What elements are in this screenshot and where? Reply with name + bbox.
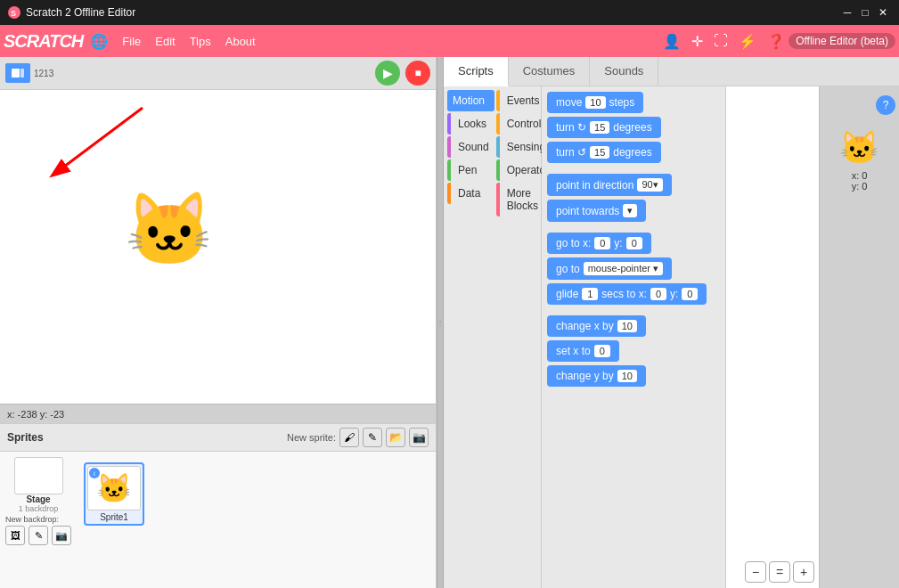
close-button[interactable]: ✕ bbox=[874, 4, 892, 21]
zoom-out-button[interactable]: − bbox=[745, 561, 766, 583]
block-turn-ccw[interactable]: turn ↺ 15 degrees bbox=[547, 142, 661, 163]
add-sprite-tool[interactable]: 👤 bbox=[659, 31, 684, 52]
edit-sprite-button[interactable]: ✎ bbox=[363, 428, 382, 447]
block-change-y[interactable]: change y by 10 bbox=[547, 365, 646, 387]
stage-thumbnail bbox=[14, 457, 63, 494]
splitter-handle: ⋮ bbox=[437, 319, 444, 327]
block-change-x-val[interactable]: 10 bbox=[617, 320, 637, 332]
workspace-cat-icon: 🐱 bbox=[839, 129, 879, 167]
y-display: y: 0 bbox=[852, 181, 868, 192]
block-point-towards-val[interactable]: ▾ bbox=[623, 204, 637, 217]
panel-splitter[interactable]: ⋮ bbox=[437, 57, 444, 588]
sprites-title: Sprites bbox=[7, 431, 44, 444]
block-turn-cw[interactable]: turn ↻ 15 degrees bbox=[547, 117, 661, 138]
category-pen[interactable]: Pen bbox=[447, 159, 494, 181]
stamp-tool[interactable]: ✛ bbox=[688, 31, 707, 52]
right-panel: ? 🐱 x: 0 y: 0 bbox=[819, 86, 899, 588]
coords-display: x: -238 y: -23 bbox=[7, 409, 64, 420]
tips-menu[interactable]: Tips bbox=[183, 31, 218, 52]
main-layout: 1213 ▶ ■ 🐱 bbox=[0, 57, 899, 588]
about-menu[interactable]: About bbox=[218, 31, 263, 52]
new-sprite-controls: New sprite: 🖌 ✎ 📂 📷 bbox=[287, 428, 429, 447]
category-sound[interactable]: Sound bbox=[447, 136, 494, 158]
block-go-to[interactable]: go to mouse-pointer ▾ bbox=[547, 257, 672, 280]
stage-area: 1213 ▶ ■ 🐱 bbox=[0, 57, 437, 588]
cat-sprite: 🐱 bbox=[125, 188, 214, 272]
upload-sprite-button[interactable]: 📂 bbox=[386, 428, 405, 447]
help-button[interactable]: ? bbox=[876, 95, 895, 115]
block-go-xy[interactable]: go to x: 0 y: 0 bbox=[547, 233, 651, 254]
minimize-button[interactable]: ─ bbox=[838, 4, 856, 21]
new-sprite-label: New sprite: bbox=[287, 432, 336, 443]
file-menu[interactable]: File bbox=[115, 31, 148, 52]
category-motion[interactable]: Motion bbox=[447, 90, 494, 111]
block-turn-cw-label: turn ↻ bbox=[556, 121, 586, 134]
edit-backdrop-button[interactable]: ✎ bbox=[29, 526, 48, 545]
paint-backdrop-button[interactable]: 🖼 bbox=[5, 526, 25, 545]
block-go-to-val[interactable]: mouse-pointer ▾ bbox=[584, 262, 663, 275]
tab-scripts[interactable]: Scripts bbox=[444, 57, 509, 86]
zoom-in-button[interactable]: + bbox=[793, 561, 814, 583]
sprite-info-badge[interactable]: i bbox=[89, 468, 100, 478]
stop-button[interactable]: ■ bbox=[405, 61, 430, 86]
block-glide-x[interactable]: 0 bbox=[650, 288, 666, 300]
stage-size-label: 1213 bbox=[34, 69, 53, 78]
block-move-val[interactable]: 10 bbox=[585, 96, 605, 109]
coords-bar: x: -238 y: -23 bbox=[0, 404, 436, 423]
sprites-list: i 🐱 Sprite1 bbox=[78, 457, 150, 547]
zoom-reset-button[interactable]: = bbox=[769, 561, 790, 583]
tab-sounds[interactable]: Sounds bbox=[590, 57, 658, 86]
block-turn-ccw-val[interactable]: 15 bbox=[590, 146, 609, 159]
edit-menu[interactable]: Edit bbox=[148, 31, 182, 52]
block-set-x-label: set x to bbox=[556, 345, 591, 357]
turbo-tool[interactable]: ⚡ bbox=[735, 31, 760, 52]
block-set-x-val[interactable]: 0 bbox=[594, 345, 610, 357]
stage-icon-svg bbox=[11, 68, 25, 78]
block-change-y-val[interactable]: 10 bbox=[617, 370, 637, 382]
help-tool[interactable]: ❓ bbox=[764, 31, 789, 52]
camera-sprite-button[interactable]: 📷 bbox=[409, 428, 429, 447]
backdrop-buttons: 🖼 ✎ 📷 bbox=[5, 526, 71, 545]
green-flag-button[interactable]: ▶ bbox=[375, 61, 400, 86]
tab-costumes[interactable]: Costumes bbox=[509, 57, 591, 86]
categories-panel: Motion Looks Sound Pen Data Events Contr… bbox=[444, 86, 542, 588]
block-go-xy-x[interactable]: 0 bbox=[594, 237, 610, 249]
titlebar-text: Scratch 2 Offline Editor bbox=[26, 6, 135, 19]
xy-display: x: 0 y: 0 bbox=[852, 170, 868, 192]
block-glide-secs[interactable]: 1 bbox=[582, 288, 598, 300]
block-glide-y[interactable]: 0 bbox=[682, 288, 698, 300]
sprite-item[interactable]: i 🐱 Sprite1 bbox=[84, 462, 144, 526]
globe-button[interactable]: 🌐 bbox=[86, 31, 111, 52]
block-gap-1 bbox=[547, 167, 720, 170]
block-change-x-label: change x by bbox=[556, 320, 614, 332]
block-set-x[interactable]: set x to 0 bbox=[547, 340, 619, 362]
sprite-name: Sprite1 bbox=[100, 512, 128, 522]
block-point-towards[interactable]: point towards ▾ bbox=[547, 200, 646, 222]
camera-backdrop-button[interactable]: 📷 bbox=[52, 526, 71, 545]
stage-selector[interactable]: Stage 1 backdrop New backdrop: 🖼 ✎ 📷 bbox=[5, 457, 71, 547]
full-screen-tool[interactable]: ⛶ bbox=[710, 31, 731, 51]
scratch-logo[interactable]: SCRATCH bbox=[4, 31, 83, 52]
block-move[interactable]: move 10 steps bbox=[547, 92, 643, 113]
block-turn-ccw-suffix: degrees bbox=[613, 146, 651, 159]
block-point-dir[interactable]: point in direction 90▾ bbox=[547, 174, 672, 196]
stage-top-left: 1213 bbox=[5, 63, 53, 83]
block-turn-cw-suffix: degrees bbox=[613, 121, 651, 134]
block-go-to-label: go to bbox=[556, 263, 580, 275]
block-glide-secs-label: secs to x: bbox=[601, 288, 647, 300]
block-change-x[interactable]: change x by 10 bbox=[547, 315, 646, 337]
block-glide[interactable]: glide 1 secs to x: 0 y: 0 bbox=[547, 283, 707, 305]
categories-left: Motion Looks Sound Pen Data bbox=[447, 90, 494, 216]
stage-name: Stage bbox=[26, 494, 50, 504]
workspace-area: ? 🐱 x: 0 y: 0 − = + bbox=[725, 86, 899, 588]
category-looks[interactable]: Looks bbox=[447, 113, 494, 135]
block-turn-cw-val[interactable]: 15 bbox=[590, 121, 609, 134]
block-go-xy-y[interactable]: 0 bbox=[626, 237, 642, 249]
new-backdrop-section: New backdrop: 🖼 ✎ 📷 bbox=[5, 513, 71, 547]
maximize-button[interactable]: □ bbox=[856, 4, 874, 21]
paint-sprite-button[interactable]: 🖌 bbox=[339, 428, 359, 447]
blocks-area: move 10 steps turn ↻ 15 degrees turn ↺ 1… bbox=[542, 86, 725, 588]
block-point-dir-val[interactable]: 90▾ bbox=[637, 178, 662, 192]
block-gap-3 bbox=[547, 308, 720, 312]
category-data[interactable]: Data bbox=[447, 183, 494, 204]
